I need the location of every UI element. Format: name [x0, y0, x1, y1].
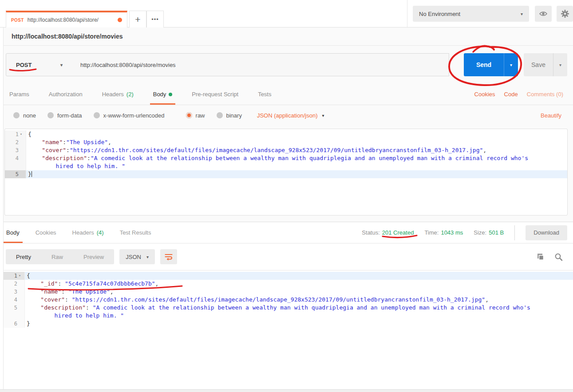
environment-quick-look-button[interactable]: [535, 6, 552, 22]
code-line: 1▾ {: [5, 130, 567, 138]
request-builder-section: http://localhost:8080/api/store/movies P…: [0, 27, 573, 222]
time-value: 1043 ms: [441, 229, 463, 236]
save-options-button[interactable]: ▾: [553, 53, 567, 76]
horizontal-scrollbar-track[interactable]: [0, 389, 573, 392]
response-tab-headers[interactable]: Headers (4): [72, 222, 104, 243]
send-options-button[interactable]: ▾: [504, 53, 518, 76]
method-selector[interactable]: POST ▾: [6, 53, 71, 76]
response-format-selector[interactable]: JSON ▾: [119, 249, 155, 264]
send-button[interactable]: Send: [464, 53, 504, 76]
code-line: 4 "cover": "https://cdn1.thr.com/sites/d…: [4, 296, 573, 304]
unsaved-indicator-dot-icon: [118, 18, 122, 22]
more-tabs-button[interactable]: •••: [146, 11, 164, 27]
chevron-down-icon: ▾: [521, 12, 523, 16]
code-line: 3 "name": "The Upside",: [4, 288, 573, 296]
code-line-wrap: hired to help him. ": [4, 312, 573, 320]
request-tab[interactable]: POST http://localhost:8080/api/store/: [6, 11, 127, 27]
beautify-link[interactable]: Beautify: [541, 112, 561, 119]
mode-none[interactable]: none: [13, 112, 36, 119]
response-tools: [536, 253, 567, 261]
eye-icon: [539, 10, 548, 18]
view-mode-segmented-control: Pretty Raw Preview: [6, 249, 114, 264]
response-section: Body Cookies Headers (4) Test Results St…: [0, 222, 573, 392]
plus-icon: +: [135, 14, 140, 25]
chevron-down-icon: ▾: [559, 63, 561, 67]
time-badge: Time: 1043 ms: [424, 229, 463, 236]
body-mode-bar: none form-data x-www-form-urlencoded raw…: [0, 105, 573, 125]
status-badge: Status: 201 Created: [362, 229, 414, 236]
mode-x-www-form-urlencoded[interactable]: x-www-form-urlencoded: [94, 112, 165, 119]
url-input[interactable]: http://localhost:8080/api/store/movies: [71, 53, 449, 76]
environment-selected-label: No Environment: [419, 11, 460, 17]
code-line: 6 }: [4, 320, 573, 328]
cookies-link[interactable]: Cookies: [474, 91, 495, 98]
method-selected-label: POST: [16, 62, 32, 68]
code-line: 4 "description":"A comedic look at the r…: [5, 154, 567, 162]
ellipsis-icon: •••: [151, 16, 159, 23]
headers-count-badge: (2): [126, 91, 134, 98]
size-badge: Size: 501 B: [474, 229, 504, 236]
tab-headers[interactable]: Headers (2): [102, 84, 134, 105]
save-button[interactable]: Save: [524, 53, 553, 76]
mode-raw[interactable]: raw: [186, 112, 205, 119]
app-header: POST http://localhost:8080/api/store/ + …: [0, 0, 573, 27]
wrap-text-button[interactable]: [160, 249, 177, 264]
request-body-editor[interactable]: 1▾ { 2 "name":"The Upside", 3 "cover":"h…: [4, 129, 568, 216]
view-preview-button[interactable]: Preview: [73, 254, 114, 260]
chevron-down-icon: ▾: [146, 255, 149, 259]
response-tab-cookies[interactable]: Cookies: [35, 222, 57, 243]
response-meta: Status: 201 Created Time: 1043 ms Size: …: [362, 222, 573, 243]
tab-authorization[interactable]: Authorization: [48, 84, 83, 105]
code-link[interactable]: Code: [504, 91, 518, 98]
request-title: http://localhost:8080/api/store/movies: [12, 33, 123, 40]
view-raw-button[interactable]: Raw: [41, 254, 73, 260]
size-value: 501 B: [489, 229, 504, 236]
new-tab-button[interactable]: +: [129, 11, 146, 27]
gear-icon: [561, 9, 569, 18]
response-headers-count-badge: (4): [97, 229, 104, 236]
download-button[interactable]: Download: [526, 225, 567, 240]
url-value: http://localhost:8080/api/store/movies: [80, 62, 176, 68]
response-tab-body[interactable]: Body: [6, 222, 20, 243]
header-divider: [407, 0, 407, 27]
content-type-selector[interactable]: JSON (application/json) ▾: [257, 112, 324, 119]
chevron-down-icon: ▾: [322, 113, 324, 118]
environment-selector[interactable]: No Environment ▾: [413, 6, 529, 22]
code-line-wrap: hired to help him. ": [5, 162, 567, 170]
comments-link[interactable]: Comments (0): [527, 91, 563, 98]
fold-caret-icon[interactable]: ▾: [20, 130, 24, 138]
radio-icon: [217, 112, 223, 118]
response-tabs-bar: Body Cookies Headers (4) Test Results St…: [0, 222, 573, 243]
request-links: Cookies Code Comments (0): [474, 84, 573, 105]
tab-body[interactable]: Body: [153, 84, 173, 105]
code-line: 3 "cover":"https://cdn1.thr.com/sites/de…: [5, 146, 567, 154]
text-cursor: [32, 171, 32, 177]
mode-binary[interactable]: binary: [217, 112, 242, 119]
tab-pre-request-script[interactable]: Pre-request Script: [191, 84, 239, 105]
fold-caret-icon[interactable]: ▾: [19, 272, 23, 280]
settings-button[interactable]: [557, 6, 573, 22]
code-line: 5 "description": "A comedic look at the …: [4, 304, 573, 312]
response-view-toolbar: Pretty Raw Preview JSON ▾: [6, 243, 567, 270]
tab-params[interactable]: Params: [9, 84, 30, 105]
response-body-viewer[interactable]: 1▾ { 2 "_id": "5c4e715fa74c07dbbb6ecb7b"…: [4, 270, 573, 390]
request-tabs-bar: Params Authorization Headers (2) Body Pr…: [0, 84, 573, 105]
code-line-active: 1▾ {: [4, 272, 573, 280]
chevron-down-icon: ▾: [60, 63, 63, 67]
code-line-active: 5 }: [5, 170, 567, 178]
radio-selected-icon: [186, 112, 192, 118]
view-pretty-button[interactable]: Pretty: [6, 254, 41, 260]
response-tab-test-results[interactable]: Test Results: [119, 222, 152, 243]
radio-icon: [13, 112, 20, 118]
code-line: 2 "_id": "5c4e715fa74c07dbbb6ecb7b",: [4, 280, 573, 288]
mode-form-data[interactable]: form-data: [47, 112, 82, 119]
tab-tests[interactable]: Tests: [257, 84, 272, 105]
request-title-row: http://localhost:8080/api/store/movies: [0, 27, 573, 46]
left-gutter-strip: [0, 27, 4, 392]
radio-icon: [47, 112, 54, 118]
code-line: 2 "name":"The Upside",: [5, 138, 567, 146]
save-split-button: Save ▾: [524, 53, 567, 76]
chevron-down-icon: ▾: [510, 63, 512, 67]
search-icon[interactable]: [554, 253, 563, 261]
copy-icon[interactable]: [536, 253, 545, 261]
